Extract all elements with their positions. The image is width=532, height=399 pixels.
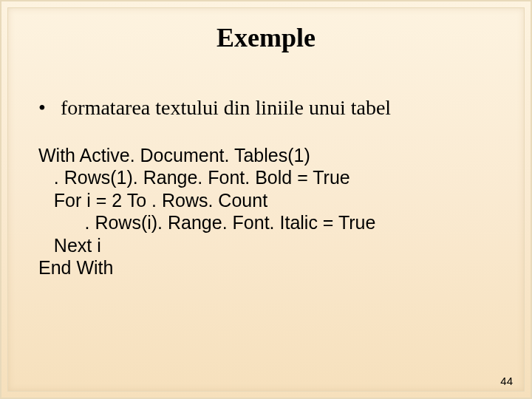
slide-content: • formatarea textului din liniile unui t… [1,96,531,301]
code-line: . Rows(i). Range. Font. Italic = True [38,212,375,233]
page-number: 44 [500,375,513,387]
code-line: End With [38,257,113,278]
code-line: Next i [38,235,101,256]
bullet-marker: • [38,96,61,120]
code-line: . Rows(1). Range. Font. Bold = True [38,167,350,188]
slide: Exemple • formatarea textului din liniil… [0,0,532,399]
slide-title: Exemple [1,22,531,53]
code-block: With Active. Document. Tables(1) . Rows(… [38,121,501,301]
code-line: For i = 2 To . Rows. Count [38,190,267,211]
bullet-item: • formatarea textului din liniile unui t… [38,96,501,120]
bullet-text: formatarea textului din liniile unui tab… [61,96,501,120]
code-line: With Active. Document. Tables(1) [38,145,310,166]
